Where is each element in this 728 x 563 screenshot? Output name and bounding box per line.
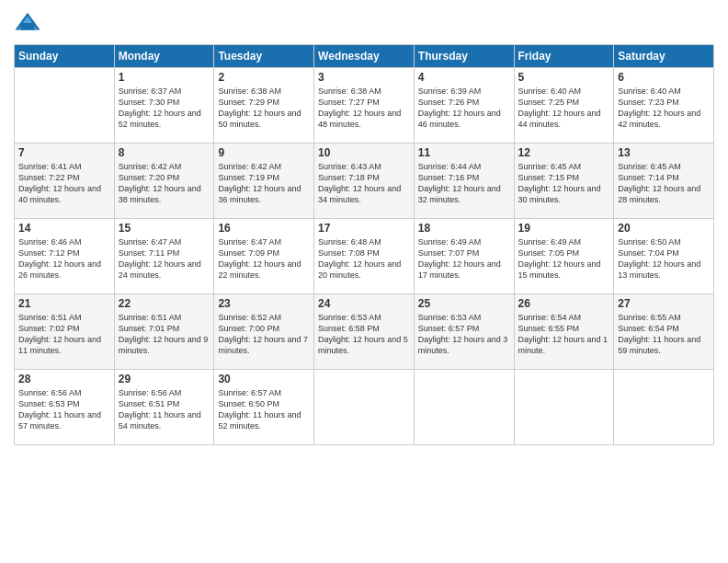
cell-info: Sunrise: 6:53 AMSunset: 6:57 PMDaylight:…: [418, 313, 508, 355]
day-number: 3: [318, 71, 410, 84]
svg-rect-2: [21, 23, 35, 30]
cell-info: Sunrise: 6:47 AMSunset: 7:11 PMDaylight:…: [119, 237, 201, 280]
calendar-cell: 14 Sunrise: 6:46 AMSunset: 7:12 PMDaylig…: [15, 219, 115, 294]
cell-info: Sunrise: 6:39 AMSunset: 7:26 PMDaylight:…: [418, 86, 501, 129]
weekday-header: Sunday: [15, 45, 115, 68]
cell-info: Sunrise: 6:40 AMSunset: 7:23 PMDaylight:…: [618, 86, 700, 129]
calendar-cell: 3 Sunrise: 6:38 AMSunset: 7:27 PMDayligh…: [314, 68, 415, 144]
calendar-cell: 21 Sunrise: 6:51 AMSunset: 7:02 PMDaylig…: [15, 294, 115, 370]
day-number: 13: [618, 146, 710, 159]
day-number: 4: [418, 71, 510, 84]
calendar-week-row: 14 Sunrise: 6:46 AMSunset: 7:12 PMDaylig…: [15, 219, 714, 294]
calendar-week-row: 7 Sunrise: 6:41 AMSunset: 7:22 PMDayligh…: [15, 144, 714, 219]
day-number: 5: [518, 71, 610, 84]
day-number: 24: [318, 297, 410, 310]
day-number: 14: [18, 222, 110, 235]
cell-info: Sunrise: 6:48 AMSunset: 7:08 PMDaylight:…: [318, 237, 401, 280]
cell-info: Sunrise: 6:54 AMSunset: 6:55 PMDaylight:…: [518, 313, 609, 355]
day-number: 15: [119, 222, 210, 235]
calendar-week-row: 21 Sunrise: 6:51 AMSunset: 7:02 PMDaylig…: [15, 294, 714, 370]
cell-info: Sunrise: 6:43 AMSunset: 7:18 PMDaylight:…: [318, 162, 401, 204]
calendar-cell: 5 Sunrise: 6:40 AMSunset: 7:25 PMDayligh…: [514, 68, 614, 144]
calendar-cell: 19 Sunrise: 6:49 AMSunset: 7:05 PMDaylig…: [514, 219, 614, 294]
day-number: 17: [318, 222, 410, 235]
cell-info: Sunrise: 6:50 AMSunset: 7:04 PMDaylight:…: [618, 237, 700, 280]
calendar-cell: 9 Sunrise: 6:42 AMSunset: 7:19 PMDayligh…: [214, 144, 314, 219]
day-number: 25: [418, 297, 510, 310]
day-number: 2: [218, 71, 310, 84]
calendar-cell: 11 Sunrise: 6:44 AMSunset: 7:16 PMDaylig…: [414, 144, 514, 219]
day-number: 18: [418, 222, 510, 235]
day-number: 16: [218, 222, 310, 235]
calendar-cell: 6 Sunrise: 6:40 AMSunset: 7:23 PMDayligh…: [614, 68, 714, 144]
cell-info: Sunrise: 6:45 AMSunset: 7:15 PMDaylight:…: [518, 162, 601, 204]
calendar-cell: 7 Sunrise: 6:41 AMSunset: 7:22 PMDayligh…: [15, 144, 115, 219]
calendar-cell: 22 Sunrise: 6:51 AMSunset: 7:01 PMDaylig…: [114, 294, 214, 370]
calendar-cell: [314, 370, 415, 445]
day-number: 11: [418, 146, 510, 159]
weekday-header: Friday: [514, 45, 614, 68]
weekday-header: Wednesday: [314, 45, 415, 68]
calendar-cell: 16 Sunrise: 6:47 AMSunset: 7:09 PMDaylig…: [214, 219, 314, 294]
cell-info: Sunrise: 6:56 AMSunset: 6:53 PMDaylight:…: [18, 388, 101, 431]
cell-info: Sunrise: 6:42 AMSunset: 7:19 PMDaylight:…: [218, 162, 301, 204]
weekday-header: Saturday: [614, 45, 714, 68]
cell-info: Sunrise: 6:42 AMSunset: 7:20 PMDaylight:…: [119, 162, 201, 204]
day-number: 19: [518, 222, 610, 235]
calendar-cell: 8 Sunrise: 6:42 AMSunset: 7:20 PMDayligh…: [114, 144, 214, 219]
calendar-cell: 10 Sunrise: 6:43 AMSunset: 7:18 PMDaylig…: [314, 144, 415, 219]
day-number: 22: [119, 297, 210, 310]
calendar-cell: 18 Sunrise: 6:49 AMSunset: 7:07 PMDaylig…: [414, 219, 514, 294]
day-number: 10: [318, 146, 410, 159]
calendar-cell: 17 Sunrise: 6:48 AMSunset: 7:08 PMDaylig…: [314, 219, 415, 294]
weekday-header: Tuesday: [214, 45, 314, 68]
day-number: 21: [18, 297, 110, 310]
cell-info: Sunrise: 6:38 AMSunset: 7:27 PMDaylight:…: [318, 86, 401, 129]
day-number: 26: [518, 297, 610, 310]
calendar-table: SundayMondayTuesdayWednesdayThursdayFrid…: [14, 44, 714, 445]
day-number: 30: [218, 373, 310, 385]
calendar-cell: [414, 370, 514, 445]
cell-info: Sunrise: 6:41 AMSunset: 7:22 PMDaylight:…: [18, 162, 101, 204]
day-number: 9: [218, 146, 310, 159]
logo: [14, 9, 45, 37]
calendar-cell: 4 Sunrise: 6:39 AMSunset: 7:26 PMDayligh…: [414, 68, 514, 144]
cell-info: Sunrise: 6:49 AMSunset: 7:07 PMDaylight:…: [418, 237, 501, 280]
day-number: 6: [618, 71, 710, 84]
day-number: 27: [618, 297, 710, 310]
day-number: 23: [218, 297, 310, 310]
calendar-week-row: 28 Sunrise: 6:56 AMSunset: 6:53 PMDaylig…: [15, 370, 714, 445]
header-row: SundayMondayTuesdayWednesdayThursdayFrid…: [15, 45, 714, 68]
cell-info: Sunrise: 6:44 AMSunset: 7:16 PMDaylight:…: [418, 162, 501, 204]
day-number: 29: [119, 373, 210, 385]
cell-info: Sunrise: 6:40 AMSunset: 7:25 PMDaylight:…: [518, 86, 601, 129]
logo-icon: [14, 9, 41, 37]
day-number: 7: [18, 146, 110, 159]
calendar-cell: 23 Sunrise: 6:52 AMSunset: 7:00 PMDaylig…: [214, 294, 314, 370]
calendar-cell: 13 Sunrise: 6:45 AMSunset: 7:14 PMDaylig…: [614, 144, 714, 219]
calendar-cell: 12 Sunrise: 6:45 AMSunset: 7:15 PMDaylig…: [514, 144, 614, 219]
day-number: 20: [618, 222, 710, 235]
cell-info: Sunrise: 6:52 AMSunset: 7:00 PMDaylight:…: [218, 313, 308, 355]
cell-info: Sunrise: 6:51 AMSunset: 7:01 PMDaylight:…: [119, 313, 209, 355]
cell-info: Sunrise: 6:56 AMSunset: 6:51 PMDaylight:…: [119, 388, 201, 431]
calendar-cell: [614, 370, 714, 445]
page: SundayMondayTuesdayWednesdayThursdayFrid…: [0, 0, 728, 563]
calendar-week-row: 1 Sunrise: 6:37 AMSunset: 7:30 PMDayligh…: [15, 68, 714, 144]
cell-info: Sunrise: 6:49 AMSunset: 7:05 PMDaylight:…: [518, 237, 601, 280]
cell-info: Sunrise: 6:55 AMSunset: 6:54 PMDaylight:…: [618, 313, 700, 355]
calendar-cell: 26 Sunrise: 6:54 AMSunset: 6:55 PMDaylig…: [514, 294, 614, 370]
cell-info: Sunrise: 6:57 AMSunset: 6:50 PMDaylight:…: [218, 388, 301, 431]
calendar-cell: 28 Sunrise: 6:56 AMSunset: 6:53 PMDaylig…: [15, 370, 115, 445]
day-number: 28: [18, 373, 110, 385]
day-number: 12: [518, 146, 610, 159]
calendar-cell: 1 Sunrise: 6:37 AMSunset: 7:30 PMDayligh…: [114, 68, 214, 144]
weekday-header: Thursday: [414, 45, 514, 68]
cell-info: Sunrise: 6:47 AMSunset: 7:09 PMDaylight:…: [218, 237, 301, 280]
calendar-cell: 25 Sunrise: 6:53 AMSunset: 6:57 PMDaylig…: [414, 294, 514, 370]
calendar-cell: 2 Sunrise: 6:38 AMSunset: 7:29 PMDayligh…: [214, 68, 314, 144]
cell-info: Sunrise: 6:37 AMSunset: 7:30 PMDaylight:…: [119, 86, 201, 129]
calendar-cell: 29 Sunrise: 6:56 AMSunset: 6:51 PMDaylig…: [114, 370, 214, 445]
calendar-cell: [15, 68, 115, 144]
weekday-header: Monday: [114, 45, 214, 68]
